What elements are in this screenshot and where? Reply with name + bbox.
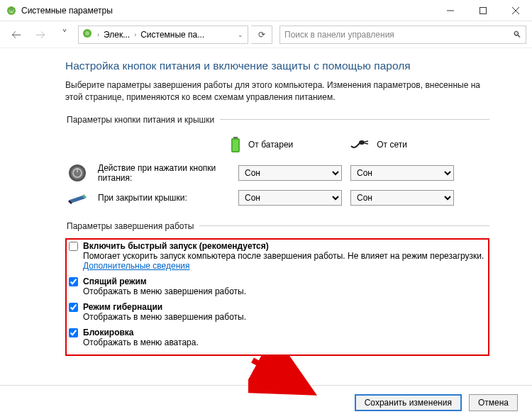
column-battery: От батареи (230, 136, 293, 153)
chevron-right-icon: › (96, 31, 101, 38)
titlebar: Системные параметры (0, 0, 532, 21)
app-icon (6, 5, 17, 16)
save-button[interactable]: Сохранить изменения (355, 394, 462, 411)
search-input[interactable]: Поиск в панели управления 🔍︎ (279, 26, 526, 44)
option-title: Включить быстрый запуск (рекомендуется) (83, 241, 486, 251)
row-lid: При закрытии крышки: Сон Сон (65, 190, 489, 206)
svg-line-13 (365, 143, 368, 144)
svg-rect-3 (480, 7, 487, 13)
shutdown-option: БлокировкаОтображать в меню аватара. (69, 328, 486, 347)
close-button[interactable] (499, 0, 532, 21)
option-desc: Помогает ускорить запуск компьютера посл… (83, 251, 486, 271)
chevron-down-icon[interactable]: ⌄ (236, 31, 245, 38)
svg-point-7 (85, 31, 89, 35)
option-checkbox[interactable] (69, 242, 78, 251)
group-legend-2: Параметры завершения работы (65, 221, 199, 231)
page-heading: Настройка кнопок питания и включение защ… (65, 60, 489, 72)
column-ac-label: От сети (377, 140, 407, 150)
page-subtext: Выберите параметры завершения работы для… (65, 79, 489, 104)
laptop-lid-icon (65, 190, 89, 206)
row-lid-label: При закрытии крышки: (98, 193, 230, 203)
svg-rect-10 (233, 140, 238, 151)
address-bar[interactable]: › Элек... › Системные па... ⌄ (78, 26, 248, 44)
option-checkbox[interactable] (69, 277, 78, 286)
power-ac-select[interactable]: Сон (350, 165, 454, 181)
maximize-button[interactable] (467, 0, 499, 21)
search-placeholder: Поиск в панели управления (284, 30, 394, 40)
window-title: Системные параметры (21, 6, 434, 16)
battery-icon (230, 136, 241, 153)
option-desc: Отображать в меню аватара. (83, 337, 199, 347)
more-info-link[interactable]: Дополнительные сведения (83, 261, 189, 271)
row-power-label: Действие при нажатии кнопки питания: (98, 163, 230, 183)
address-icon (82, 28, 93, 41)
column-battery-label: От батареи (248, 140, 293, 150)
option-title: Спящий режим (83, 276, 246, 286)
breadcrumb-1[interactable]: Элек... (104, 30, 130, 40)
svg-line-12 (365, 141, 368, 142)
plug-icon (350, 139, 370, 150)
option-desc: Отображать в меню завершения работы. (83, 286, 246, 296)
up-button[interactable]: ˅ (54, 25, 75, 45)
content-area: Настройка кнопок питания и включение защ… (0, 48, 532, 356)
option-checkbox[interactable] (69, 303, 78, 312)
group-legend: Параметры кнопки питания и крышки (65, 115, 220, 125)
back-button[interactable]: 🡠 (6, 25, 27, 45)
breadcrumb-2[interactable]: Системные па... (140, 30, 204, 40)
forward-button[interactable]: 🡢 (30, 25, 51, 45)
footer: Сохранить изменения Отмена (0, 385, 532, 419)
refresh-button[interactable]: ⟳ (251, 26, 272, 44)
option-checkbox[interactable] (69, 328, 78, 337)
option-title: Блокировка (83, 328, 199, 337)
lid-battery-select[interactable]: Сон (238, 190, 342, 206)
shutdown-option: Режим гибернацииОтображать в меню заверш… (69, 302, 486, 322)
shutdown-option: Включить быстрый запуск (рекомендуется)П… (69, 241, 486, 271)
option-title: Режим гибернации (83, 302, 246, 312)
row-power-button: Действие при нажатии кнопки питания: Сон… (65, 163, 489, 183)
shutdown-option: Спящий режимОтображать в меню завершения… (69, 276, 486, 296)
option-desc: Отображать в меню завершения работы. (83, 312, 246, 322)
navbar: 🡠 🡢 ˅ › Элек... › Системные па... ⌄ ⟳ По… (0, 21, 532, 48)
lid-ac-select[interactable]: Сон (350, 190, 454, 206)
power-button-icon (65, 164, 89, 182)
highlight-annotation: Включить быстрый запуск (рекомендуется)П… (65, 238, 489, 356)
cancel-button[interactable]: Отмена (469, 394, 518, 411)
power-battery-select[interactable]: Сон (238, 165, 342, 181)
column-ac: От сети (350, 139, 407, 150)
svg-point-11 (359, 140, 365, 145)
search-icon: 🔍︎ (513, 30, 521, 40)
group-power-button-lid: Параметры кнопки питания и крышки От бат… (65, 115, 489, 213)
chevron-right-icon: › (133, 31, 138, 38)
minimize-button[interactable] (434, 0, 467, 21)
group-shutdown-settings: Параметры завершения работы Включить быс… (65, 221, 489, 356)
